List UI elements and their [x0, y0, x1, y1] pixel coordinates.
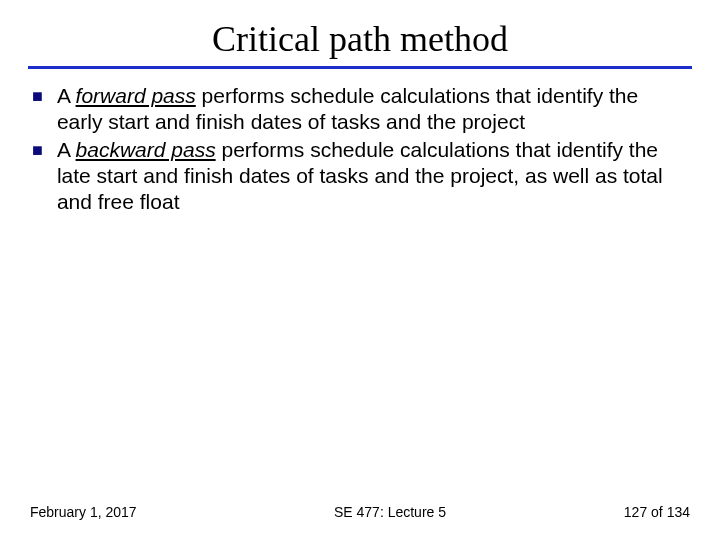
slide: Critical path method ■ A forward pass pe…	[0, 0, 720, 540]
square-bullet-icon: ■	[32, 83, 43, 109]
bullet-item: ■ A backward pass performs schedule calc…	[32, 137, 688, 215]
title-underline	[28, 66, 692, 69]
square-bullet-icon: ■	[32, 137, 43, 163]
bullet-term: forward pass	[76, 84, 196, 107]
slide-body: ■ A forward pass performs schedule calcu…	[28, 83, 692, 504]
bullet-lead: A	[57, 138, 76, 161]
bullet-term: backward pass	[76, 138, 216, 161]
footer-date: February 1, 2017	[30, 504, 190, 520]
bullet-text: A backward pass performs schedule calcul…	[57, 137, 688, 215]
footer-page: 127 of 134	[590, 504, 690, 520]
bullet-item: ■ A forward pass performs schedule calcu…	[32, 83, 688, 135]
slide-title: Critical path method	[28, 18, 692, 60]
bullet-lead: A	[57, 84, 76, 107]
footer-course: SE 477: Lecture 5	[190, 504, 590, 520]
bullet-text: A forward pass performs schedule calcula…	[57, 83, 688, 135]
slide-footer: February 1, 2017 SE 477: Lecture 5 127 o…	[28, 504, 692, 522]
